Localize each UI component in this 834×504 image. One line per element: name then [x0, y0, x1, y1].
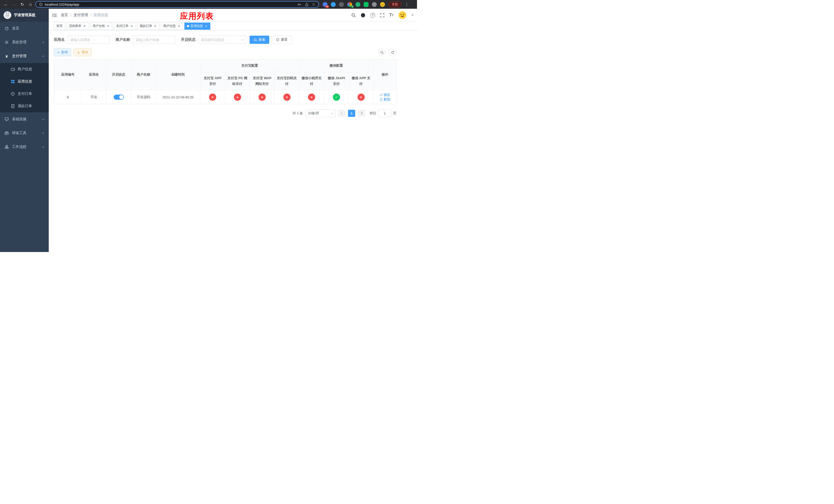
tab-label: 退款订单 [140, 24, 152, 28]
column-header-create-time: 创建时间 [156, 60, 200, 90]
tab-user-group[interactable]: 用户分组 [90, 23, 112, 30]
close-icon[interactable] [177, 24, 180, 28]
refresh-icon [391, 51, 394, 54]
app-logo [4, 11, 11, 19]
github-icon[interactable] [360, 13, 366, 18]
close-icon[interactable] [106, 24, 110, 28]
extension-icon[interactable] [372, 2, 377, 7]
cell-create-time: 2021-10-23 08:49:25 [156, 90, 200, 104]
fullscreen-icon[interactable] [380, 13, 385, 18]
goto-page-input[interactable] [378, 110, 391, 117]
sidebar-item-label: 基础设施 [12, 117, 26, 121]
close-icon[interactable] [154, 24, 157, 28]
tab-process-form[interactable]: 流程表单 [66, 23, 89, 30]
search-icon [380, 51, 384, 54]
search-icon[interactable] [351, 13, 356, 18]
wechat-app-status-icon [357, 94, 365, 101]
bookmark-star-icon[interactable] [312, 2, 315, 7]
toggle-search-button[interactable] [378, 48, 386, 56]
extension-icon[interactable]: 10 [323, 2, 328, 7]
toolbox-icon [5, 131, 9, 135]
total-count: 共 1 条 [293, 111, 303, 116]
close-icon[interactable] [130, 24, 133, 28]
sidebar-item-app-info[interactable]: 应用信息 [0, 75, 49, 88]
browser-update-button[interactable]: 更新 [389, 1, 401, 7]
app-logo-row: 芋道管理系统 [0, 9, 49, 22]
chevron-down-icon[interactable] [411, 15, 413, 16]
close-icon[interactable] [83, 24, 86, 28]
site-info-icon[interactable] [39, 3, 43, 6]
back-icon[interactable] [3, 1, 9, 8]
status-toggle[interactable] [114, 95, 124, 100]
tab-label: 用户分组 [93, 24, 105, 28]
plus-icon [57, 50, 60, 54]
tab-app-info[interactable]: 应用信息 [184, 23, 210, 30]
status-select[interactable] [198, 36, 246, 44]
refresh-table-button[interactable] [389, 48, 396, 56]
extension-icon[interactable] [331, 2, 336, 7]
breadcrumb-item[interactable]: 支付管理 [73, 13, 88, 18]
cell-status [106, 90, 131, 104]
home-icon[interactable] [27, 1, 34, 8]
avatar[interactable] [398, 11, 407, 19]
font-size-icon[interactable] [389, 13, 393, 18]
wallet-icon [11, 67, 15, 71]
column-header-wechat-jsapi: 微信 JSAPI 支付 [324, 72, 349, 90]
collapse-sidebar-icon[interactable] [52, 13, 57, 18]
next-page-button[interactable] [358, 110, 365, 117]
address-bar[interactable]: localhost:1024/pay/app [36, 1, 319, 8]
sidebar-item-dev-tools[interactable]: 研发工具 [0, 126, 49, 140]
browser-menu-icon[interactable] [403, 1, 410, 8]
breadcrumb-item-current: 应用信息 [94, 13, 108, 18]
sidebar-item-refund-orders[interactable]: 退款订单 [0, 100, 49, 112]
current-page[interactable]: 1 [348, 110, 355, 117]
cell-merchant: 芋道源码 [131, 90, 156, 104]
group-header-alipay: 支付宝配置 [200, 60, 299, 72]
help-icon[interactable] [370, 13, 375, 18]
merchant-name-input[interactable] [133, 36, 175, 44]
tab-home[interactable]: 首页 [54, 23, 65, 30]
search-button[interactable]: 搜索 [249, 36, 269, 44]
tab-refund-orders[interactable]: 退款订单 [137, 23, 159, 30]
extension-icon[interactable] [339, 2, 344, 7]
reset-button[interactable]: 重置 [272, 36, 291, 44]
add-button[interactable]: 新增 [54, 48, 71, 56]
sidebar-item-merchant-info[interactable]: 商户信息 [0, 63, 49, 75]
gear-icon [5, 40, 9, 44]
page-content: 应用名 商户名称 开启状态 搜索 重置 [49, 30, 417, 252]
breadcrumb-item[interactable]: 首页 [61, 13, 68, 18]
extension-icon[interactable] [355, 2, 360, 7]
delete-link[interactable]: 删除 [380, 97, 390, 102]
extension-icon[interactable] [364, 2, 369, 7]
close-icon[interactable] [204, 24, 208, 28]
search-icon [254, 38, 257, 42]
sidebar-item-system[interactable]: 系统管理 [0, 36, 49, 49]
alipay-pc-status-icon [234, 94, 241, 101]
app-name-input[interactable] [67, 36, 110, 44]
sidebar-item-label: 工作流程 [12, 144, 26, 149]
extension-icon[interactable]: 1 [347, 2, 352, 7]
document-icon [11, 104, 15, 108]
prev-page-button[interactable] [338, 110, 346, 117]
sidebar-item-home[interactable]: 首页 [0, 22, 49, 36]
sidebar-item-infrastructure[interactable]: 基础设施 [0, 112, 49, 126]
password-key-icon[interactable] [298, 3, 301, 6]
export-button[interactable]: 导出 [73, 48, 91, 56]
status-select-input[interactable] [198, 36, 246, 44]
tab-merchant-info[interactable]: 商户信息 [161, 23, 183, 30]
page-size-select[interactable]: 10条/页 [305, 110, 336, 117]
export-button-label: 导出 [82, 50, 88, 54]
sidebar-item-payment[interactable]: 支付管理 [0, 49, 49, 63]
forward-icon[interactable] [11, 1, 18, 8]
sidebar-item-label: 支付管理 [12, 54, 26, 59]
breadcrumb-separator [70, 13, 71, 17]
edit-link[interactable]: 修改 [380, 93, 390, 97]
tab-payment-orders[interactable]: 支付订单 [114, 23, 136, 30]
share-icon[interactable] [305, 3, 308, 6]
sidebar-item-workflow[interactable]: 工作流程 [0, 140, 49, 154]
emoji-extension-icon[interactable] [380, 2, 385, 7]
sidebar-item-label: 应用信息 [18, 79, 32, 84]
reload-icon[interactable] [19, 1, 26, 8]
sidebar-item-label: 系统管理 [12, 40, 26, 45]
sidebar-item-payment-orders[interactable]: 支付订单 [0, 88, 49, 100]
